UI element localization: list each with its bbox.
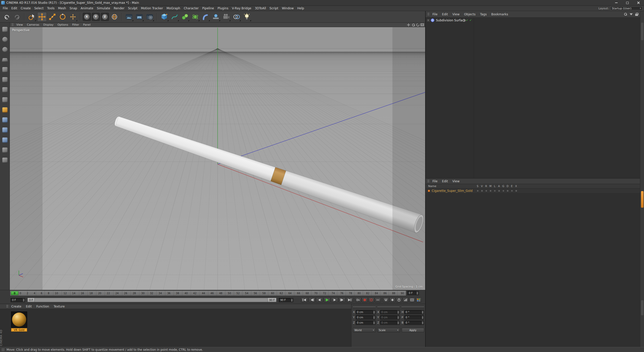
panel-grip-icon[interactable] (12, 23, 14, 26)
timeline-ruler[interactable]: 0246810121416182022242628303234363840424… (10, 290, 406, 296)
make-editable-icon[interactable] (1, 26, 9, 33)
next-frame-button[interactable] (331, 297, 338, 302)
position-x-field[interactable]: 0 cm (356, 310, 376, 314)
simulation-button[interactable] (190, 12, 200, 22)
material-item[interactable]: VR_Gold (11, 312, 28, 332)
layout-grid-icon[interactable] (416, 297, 422, 302)
viewport-menu-options[interactable]: Options (56, 23, 70, 26)
mograph-button[interactable] (180, 12, 190, 22)
size-x-field[interactable]: 0 cm (380, 310, 400, 314)
menu-snap[interactable]: Snap (68, 7, 79, 10)
material-menu-function[interactable]: Function (34, 305, 51, 308)
menu-file[interactable]: File (1, 7, 10, 10)
deformer-button[interactable] (201, 12, 210, 22)
menu-tools[interactable]: Tools (45, 7, 56, 10)
menu-render[interactable]: Render (112, 7, 126, 10)
viewport-menu-panel[interactable]: Panel (81, 23, 93, 26)
range-end-handle[interactable]: 90 F (267, 298, 276, 302)
camera-button[interactable] (221, 12, 231, 22)
spinner-icon[interactable] (421, 310, 424, 314)
rotation-h-field[interactable]: 0 ° (404, 310, 424, 314)
object-manager-menu-view[interactable]: View (450, 13, 462, 16)
menu-sculpt[interactable]: Sculpt (126, 7, 139, 10)
spinner-icon[interactable] (397, 321, 399, 325)
viewport-menu-view[interactable]: View (14, 23, 25, 26)
current-frame-marker[interactable]: 0 (11, 291, 18, 295)
panel-grip-icon[interactable] (353, 305, 376, 309)
rotation-p-field[interactable]: 0 ° (404, 315, 424, 320)
layer-column-g[interactable]: G (501, 185, 505, 188)
layer-column-r[interactable]: R (484, 185, 488, 188)
layer-toggle-d[interactable] (505, 190, 510, 192)
menu-mograph[interactable]: MoGraph (165, 7, 182, 10)
previous-frame-button[interactable] (316, 297, 323, 302)
layer-manager-menu-file[interactable]: File (430, 180, 440, 183)
locked-workplane-icon[interactable] (1, 146, 9, 154)
spinner-icon[interactable] (397, 310, 399, 314)
layer-color-chip[interactable] (428, 190, 430, 192)
expand-icon[interactable] (427, 19, 429, 21)
layer-column-m[interactable]: M (488, 185, 493, 188)
material-name[interactable]: VR_Gold (11, 328, 27, 332)
key-icon[interactable] (389, 297, 395, 302)
menu-create[interactable]: Create (19, 7, 32, 10)
maximize-button[interactable] (622, 0, 633, 6)
material-menu-edit[interactable]: Edit (24, 305, 34, 308)
apply-button[interactable]: Apply (402, 328, 424, 332)
object-row[interactable]: Subdivision Surface ✓ ✓ (426, 18, 644, 23)
material-menu-create[interactable]: Create (9, 305, 24, 308)
layout-dropdown[interactable]: Startup (User) ▾ (610, 6, 642, 10)
layer-name[interactable]: Cigarette_Super_Slim_Gold (432, 189, 472, 193)
vertical-tab[interactable] (641, 300, 643, 315)
spinner-icon[interactable] (22, 298, 25, 302)
spinner-icon[interactable] (416, 291, 419, 295)
bars-icon[interactable] (403, 297, 409, 302)
menu-edit[interactable]: Edit (10, 7, 19, 10)
coordinate-system-button[interactable] (110, 12, 119, 22)
texture-mode-icon[interactable] (1, 46, 9, 53)
close-button[interactable] (633, 0, 644, 6)
pan-view-icon[interactable] (407, 23, 410, 26)
tweak-mode-icon[interactable] (1, 96, 9, 104)
enable-axis-icon[interactable] (1, 106, 9, 114)
rotate-tool-button[interactable] (58, 12, 67, 22)
view-label[interactable]: Perspective (12, 28, 30, 32)
name-column-header[interactable]: Name (426, 185, 436, 188)
minimize-button[interactable] (611, 0, 622, 6)
edges-mode-icon[interactable] (1, 76, 9, 83)
search-icon[interactable] (624, 13, 627, 16)
range-start-handle[interactable]: 0 F (27, 298, 35, 302)
position-y-field[interactable]: 0 cm (356, 315, 376, 320)
film-icon[interactable] (409, 297, 415, 302)
menu-window[interactable]: Window (280, 7, 295, 10)
frame-number-field[interactable]: 0 F (11, 298, 25, 302)
end-frame-field[interactable]: 90 F (279, 298, 293, 302)
object-manager-menu-file[interactable]: File (430, 13, 440, 16)
menu-pipeline[interactable]: Pipeline (200, 7, 216, 10)
layer-column-v[interactable]: V (480, 185, 484, 188)
layer-toggle-s[interactable] (475, 190, 480, 192)
menu-help[interactable]: Help (295, 7, 306, 10)
instance-button[interactable] (232, 12, 241, 22)
size-z-field[interactable]: 0 cm (380, 321, 400, 325)
spinner-icon[interactable] (373, 316, 375, 319)
editor-check-icon[interactable]: ✓ (469, 19, 472, 22)
menu-mesh[interactable]: Mesh (56, 7, 68, 10)
stopwatch-icon[interactable] (396, 297, 402, 302)
redo-button[interactable] (12, 12, 22, 22)
object-manager-menu-tags[interactable]: Tags (478, 13, 489, 16)
layer-toggle-l[interactable] (493, 190, 497, 192)
record-keyframe-button[interactable] (355, 297, 361, 302)
last-used-tool-button[interactable] (68, 12, 78, 22)
go-to-end-button[interactable] (346, 297, 353, 302)
scale-tool-button[interactable] (48, 12, 57, 22)
menu-3dtoall[interactable]: 3DToAll (253, 7, 268, 10)
current-frame-field[interactable]: 0 F (407, 291, 419, 295)
layer-manager-menu-edit[interactable]: Edit (440, 180, 450, 183)
menu-animate[interactable]: Animate (79, 7, 95, 10)
filter-icon[interactable] (630, 13, 633, 15)
model-mode-icon[interactable] (1, 36, 9, 43)
menu-v-ray-bridge[interactable]: V-Ray Bridge (230, 7, 253, 10)
panel-grip-icon[interactable] (401, 305, 424, 309)
light-button[interactable] (242, 12, 252, 22)
